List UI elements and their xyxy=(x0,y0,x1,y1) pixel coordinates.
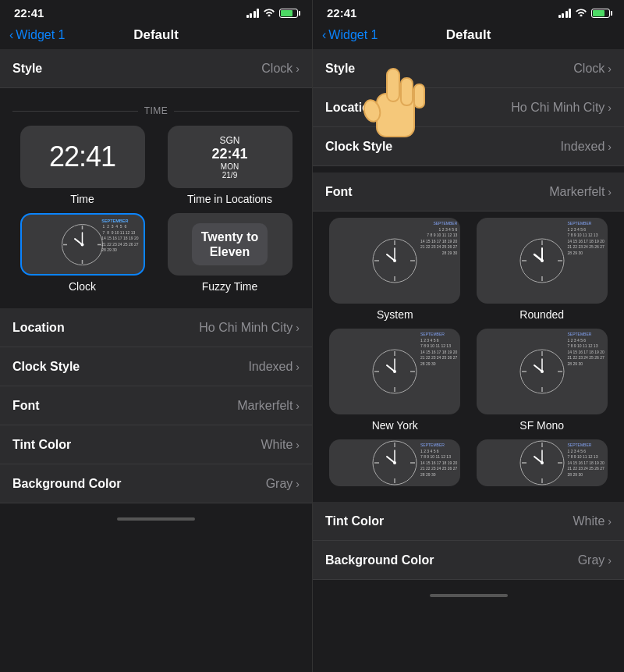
widget-cell-time[interactable]: 22:41 Time xyxy=(12,126,152,205)
font-row-right[interactable]: Font Markerfelt › xyxy=(313,172,624,212)
font-thumb-newyork[interactable]: SEPTEMBER 1 2 3 4 5 6 7 8 9 10 11 12 13 … xyxy=(329,329,460,414)
settings-list-right: Style Clock › Location Ho Chi Minh City … xyxy=(313,49,624,672)
font-cell-system[interactable]: SEPTEMBER 1 2 3 4 5 6 7 8 9 10 11 12 13 … xyxy=(325,218,465,321)
settings-list-left: Style Clock › TIME 22:41 Time xyxy=(0,49,312,672)
right-panel: 22:41 ‹ Widget 1 Default xyxy=(312,0,624,672)
widget-thumb-fuzzy[interactable]: Twenty toEleven xyxy=(168,213,292,276)
svg-point-61 xyxy=(541,461,544,464)
style-chevron: › xyxy=(296,62,300,75)
status-icons-right xyxy=(558,7,611,19)
bg-color-row-left[interactable]: Background Color Gray › xyxy=(0,464,312,503)
font-value-left: Markerfelt › xyxy=(237,399,300,413)
tint-color-row-left[interactable]: Tint Color White › xyxy=(0,425,312,464)
widget-label-fuzzy: Fuzzy Time xyxy=(202,280,258,293)
bg-color-row-right[interactable]: Background Color Gray › xyxy=(313,541,624,580)
tint-color-value-left: White › xyxy=(261,438,300,452)
widget-thumb-time[interactable]: 22:41 xyxy=(20,126,145,188)
clock-style-label-right: Clock Style xyxy=(325,140,392,154)
svg-point-37 xyxy=(393,370,396,373)
style-label: Style xyxy=(12,62,42,76)
nav-title-right: Default xyxy=(446,27,491,43)
font-value-right: Markerfelt › xyxy=(549,185,612,199)
location-label-left: Location xyxy=(12,321,65,335)
chevron-left-icon: ‹ xyxy=(9,28,13,42)
bg-color-value-right: Gray › xyxy=(578,553,612,567)
svg-point-29 xyxy=(541,259,544,262)
battery-icon-left xyxy=(279,9,298,18)
font-cell-newyork[interactable]: SEPTEMBER 1 2 3 4 5 6 7 8 9 10 11 12 13 … xyxy=(325,329,465,432)
location-row-right[interactable]: Location Ho Chi Minh City › xyxy=(313,88,624,127)
font-grid: SEPTEMBER 1 2 3 4 5 6 7 8 9 10 11 12 13 … xyxy=(313,212,624,496)
divider1 xyxy=(0,88,312,94)
status-time-right: 22:41 xyxy=(327,6,356,20)
font-thumb-6[interactable]: SEPTEMBER 1 2 3 4 5 6 7 8 9 10 11 12 13 … xyxy=(477,439,608,486)
style-value: Clock › xyxy=(261,62,300,76)
divider2 xyxy=(0,302,312,308)
tint-color-label-left: Tint Color xyxy=(12,438,71,452)
style-section: Style Clock › xyxy=(0,49,312,88)
svg-point-45 xyxy=(541,370,544,373)
status-bar-left: 22:41 xyxy=(0,0,312,23)
font-thumb-system[interactable]: SEPTEMBER 1 2 3 4 5 6 7 8 9 10 11 12 13 … xyxy=(329,218,460,304)
widget-cell-fuzzy[interactable]: Twenty toEleven Fuzzy Time xyxy=(160,213,300,293)
bg-color-value-left: Gray › xyxy=(266,477,300,491)
widget-thumb-clock[interactable]: SEPTEMBER 1 2 3 4 5 6 7 8 9 10 11 12 13 … xyxy=(20,213,145,276)
signal-icon-right xyxy=(558,9,572,18)
font-cell-rounded[interactable]: SEPTEMBER 1 2 3 4 5 6 7 8 9 10 11 12 13 … xyxy=(473,218,612,321)
location-value-right: Ho Chi Minh City › xyxy=(511,101,612,115)
location-value-left: Ho Chi Minh City › xyxy=(199,321,300,335)
font-label-left: Font xyxy=(12,399,40,413)
back-button-left[interactable]: ‹ Widget 1 xyxy=(9,28,65,42)
clock-style-row-left[interactable]: Clock Style Indexed › xyxy=(0,347,312,386)
clock-style-value-left: Indexed › xyxy=(248,360,300,374)
widget-cell-til[interactable]: SGN 22:41 MON 21/9 Time in Locations xyxy=(160,126,300,205)
widget-cell-clock[interactable]: SEPTEMBER 1 2 3 4 5 6 7 8 9 10 11 12 13 … xyxy=(12,213,152,293)
status-bar-right: 22:41 xyxy=(313,0,624,23)
fuzzy-text: Twenty toEleven xyxy=(201,229,258,259)
nav-bar-left: ‹ Widget 1 Default xyxy=(0,23,312,49)
nav-bar-right: ‹ Widget 1 Default xyxy=(313,23,624,49)
signal-icon-left xyxy=(246,9,260,18)
style-value-right: Clock › xyxy=(573,62,612,76)
settings-rows-left: Location Ho Chi Minh City › Clock Style … xyxy=(0,308,312,503)
time-section-header: TIME xyxy=(12,94,300,123)
style-row-right[interactable]: Style Clock › xyxy=(313,49,624,88)
clock-svg xyxy=(61,223,104,266)
style-row[interactable]: Style Clock › xyxy=(0,49,312,88)
divider-right-1 xyxy=(313,166,624,172)
font-thumb-5[interactable]: SEPTEMBER 1 2 3 4 5 6 7 8 9 10 11 12 13 … xyxy=(329,439,460,486)
time-display: 22:41 xyxy=(49,140,115,173)
widget-label-time: Time xyxy=(70,193,94,205)
location-label-right: Location xyxy=(325,101,378,115)
chevron-left-icon-right: ‹ xyxy=(322,28,326,42)
widget-label-clock: Clock xyxy=(69,280,96,293)
wifi-icon-left xyxy=(263,7,275,19)
bottom-rows-right: Tint Color White › Background Color Gray… xyxy=(313,502,624,580)
font-cell-5[interactable]: SEPTEMBER 1 2 3 4 5 6 7 8 9 10 11 12 13 … xyxy=(325,439,465,486)
tint-color-row-right[interactable]: Tint Color White › xyxy=(313,502,624,541)
widget-label-til: Time in Locations xyxy=(187,193,272,205)
status-time-left: 22:41 xyxy=(14,6,44,20)
font-label-system: System xyxy=(377,308,413,321)
widget-thumb-til[interactable]: SGN 22:41 MON 21/9 xyxy=(168,126,292,188)
location-row-left[interactable]: Location Ho Chi Minh City › xyxy=(0,308,312,347)
battery-icon-right xyxy=(591,9,610,18)
svg-point-21 xyxy=(393,259,396,262)
home-indicator-left xyxy=(0,503,312,525)
style-label-right: Style xyxy=(325,62,355,76)
status-icons-left xyxy=(246,7,299,19)
top-rows-right: Style Clock › Location Ho Chi Minh City … xyxy=(313,49,624,166)
font-cell-6[interactable]: SEPTEMBER 1 2 3 4 5 6 7 8 9 10 11 12 13 … xyxy=(473,439,612,486)
back-button-right[interactable]: ‹ Widget 1 xyxy=(322,28,378,42)
bg-color-label-right: Background Color xyxy=(325,553,434,567)
bg-color-label-left: Background Color xyxy=(12,477,122,491)
font-label-sfmono: SF Mono xyxy=(519,419,564,432)
font-thumb-rounded[interactable]: SEPTEMBER 1 2 3 4 5 6 7 8 9 10 11 12 13 … xyxy=(477,218,608,304)
font-cell-sfmono[interactable]: SEPTEMBER 1 2 3 4 5 6 7 8 9 10 11 12 13 … xyxy=(473,329,612,432)
font-label-right: Font xyxy=(325,185,353,199)
font-row-left[interactable]: Font Markerfelt › xyxy=(0,386,312,425)
clock-style-row-right[interactable]: Clock Style Indexed › xyxy=(313,127,624,166)
wifi-icon-right xyxy=(575,7,587,19)
font-label-newyork: New York xyxy=(372,419,418,432)
font-thumb-sfmono[interactable]: SEPTEMBER 1 2 3 4 5 6 7 8 9 10 11 12 13 … xyxy=(477,329,608,414)
